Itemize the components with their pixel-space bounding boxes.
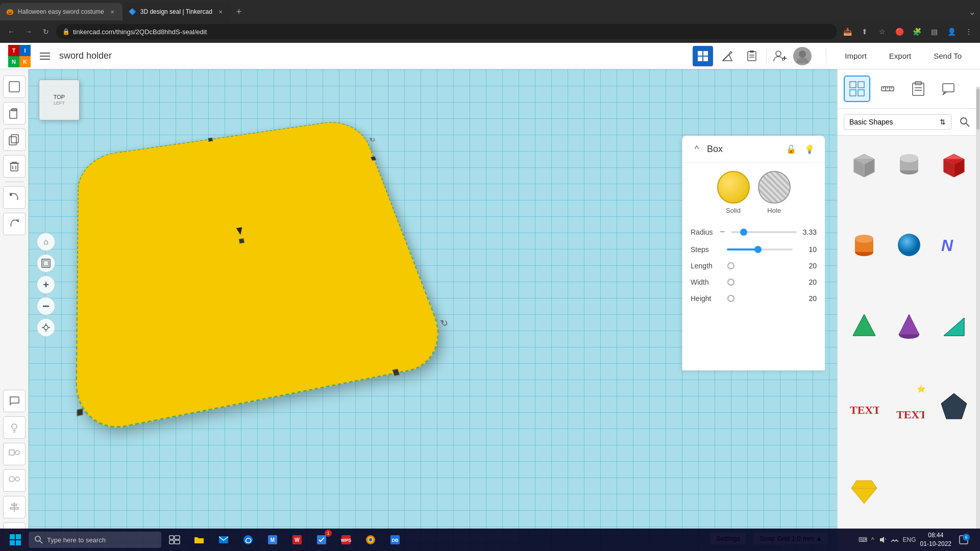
- hole-tool-button[interactable]: [3, 469, 26, 492]
- light-button[interactable]: [3, 416, 26, 439]
- taskbar-edge[interactable]: [237, 529, 259, 551]
- steps-slider[interactable]: [727, 248, 793, 251]
- tab-title-halloween: Halloween easy sword costume: [18, 8, 104, 15]
- bookmark-button[interactable]: ☆: [875, 24, 889, 39]
- export-button[interactable]: Export: [879, 48, 921, 63]
- toolbar-right: [693, 46, 812, 66]
- app-menu-button[interactable]: [37, 48, 53, 64]
- import-button[interactable]: Import: [835, 48, 877, 63]
- taskbar-todo[interactable]: 1: [310, 529, 333, 551]
- fit-view-button[interactable]: [37, 254, 55, 272]
- comment-button[interactable]: [3, 390, 26, 412]
- taskbar-outlook[interactable]: [212, 529, 235, 551]
- height-handle[interactable]: [236, 227, 243, 235]
- share-button[interactable]: ⬆: [857, 24, 872, 39]
- tray-icon-keyboard[interactable]: ⌨: [859, 536, 867, 543]
- user-avatar[interactable]: [793, 47, 812, 65]
- svg-point-15: [799, 51, 806, 58]
- taskbar-task-view[interactable]: [163, 529, 186, 551]
- shapes-grid-icon[interactable]: [844, 76, 870, 102]
- tab-halloween[interactable]: 🎃 Halloween easy sword costume ✕: [0, 3, 122, 20]
- redo-button[interactable]: [3, 213, 26, 235]
- taskbar-app1[interactable]: M: [261, 529, 284, 551]
- shape-tool-button[interactable]: [3, 443, 26, 465]
- shapes-search-button[interactable]: [955, 113, 974, 131]
- menu-button[interactable]: ⋮: [962, 24, 976, 39]
- radius-minus[interactable]: −: [720, 227, 727, 237]
- add-user-button[interactable]: [771, 47, 789, 65]
- selection-handle-left[interactable]: [77, 409, 83, 417]
- pickaxe-button[interactable]: [717, 46, 738, 66]
- back-button[interactable]: ←: [4, 24, 18, 39]
- radius-slider[interactable]: [731, 231, 797, 233]
- shapes-comment-icon[interactable]: [936, 76, 962, 102]
- reload-button[interactable]: ↻: [39, 24, 53, 39]
- taskbar-app4[interactable]: DB: [384, 529, 406, 551]
- start-button[interactable]: [4, 529, 27, 551]
- shape-item-star[interactable]: ⭐ TEXT: [889, 384, 929, 464]
- delete-button[interactable]: [3, 155, 26, 178]
- tray-speaker-icon[interactable]: [878, 536, 887, 544]
- taskbar-firefox[interactable]: [359, 529, 382, 551]
- cast-button[interactable]: 📥: [840, 24, 854, 39]
- shape-item-diamond[interactable]: [934, 384, 974, 464]
- navigation-bar: ← → ↻ 🔒 tinkercad.com/things/2QDcBd8hhdS…: [0, 20, 980, 43]
- selection-handle-top[interactable]: [208, 138, 213, 142]
- zoom-out-button[interactable]: −: [37, 297, 55, 315]
- taskbar-file-explorer[interactable]: [188, 529, 210, 551]
- tray-network-icon[interactable]: [891, 536, 899, 544]
- svg-text:WPS: WPS: [341, 538, 352, 543]
- taskbar-app3[interactable]: WPS: [335, 529, 357, 551]
- shape-item-box[interactable]: [844, 142, 885, 218]
- tinkercad-logo[interactable]: T I N K: [8, 45, 31, 67]
- svg-rect-45: [858, 90, 864, 96]
- paste-button[interactable]: [3, 102, 26, 124]
- align-button[interactable]: [3, 496, 26, 518]
- taskbar-clock[interactable]: 08:44 01-10-2022: [920, 531, 951, 548]
- shape-item-pyramid[interactable]: [844, 303, 885, 380]
- send-to-button[interactable]: Send To: [923, 48, 972, 63]
- shape-item-cone[interactable]: [889, 303, 929, 380]
- tab-close-tinkercad[interactable]: ✕: [216, 8, 225, 16]
- shape-item-cube-red[interactable]: [934, 142, 974, 218]
- shape-item-text-red[interactable]: TEXT: [844, 384, 885, 464]
- forward-button[interactable]: →: [21, 24, 36, 39]
- shape-item-text3d[interactable]: N: [934, 222, 974, 299]
- hole-option[interactable]: Hole: [758, 171, 791, 214]
- shape-item-cylinder-orange[interactable]: [844, 222, 885, 299]
- panel-lock-button[interactable]: 🔓: [784, 142, 798, 156]
- shape-item-cylinder[interactable]: [889, 142, 929, 218]
- navigation-cube[interactable]: TOP LEFT: [39, 80, 90, 131]
- zoom-in-button[interactable]: +: [37, 276, 55, 294]
- solid-option[interactable]: Solid: [717, 171, 750, 214]
- profile-button[interactable]: 👤: [944, 24, 959, 39]
- new-tab-button[interactable]: +: [231, 3, 247, 20]
- home-view-button[interactable]: ⌂: [37, 233, 55, 251]
- shapes-clipboard-icon[interactable]: [905, 76, 932, 102]
- extensions-button[interactable]: 🧩: [910, 24, 924, 39]
- taskbar-app2[interactable]: W: [286, 529, 308, 551]
- panel-collapse-button[interactable]: ^: [691, 143, 703, 155]
- tab-close-halloween[interactable]: ✕: [108, 8, 116, 16]
- new-shape-button[interactable]: [3, 76, 26, 98]
- shape-item-sphere-blue[interactable]: [889, 222, 929, 299]
- shapes-ruler-icon[interactable]: [874, 76, 901, 102]
- tab-overflow-button[interactable]: ⌄: [964, 3, 980, 20]
- tray-icon-up[interactable]: ^: [871, 536, 874, 543]
- panel-light-button[interactable]: 💡: [802, 142, 817, 156]
- shapes-dropdown[interactable]: Basic Shapes ⇅: [844, 114, 951, 130]
- duplicate-button[interactable]: [3, 129, 26, 151]
- reset-view-button[interactable]: [37, 318, 55, 337]
- shape-item-wedge[interactable]: [934, 303, 974, 380]
- clipboard-button[interactable]: [742, 46, 762, 66]
- undo-button[interactable]: [3, 186, 26, 209]
- selection-handle-bottom[interactable]: [392, 369, 400, 376]
- tab-tinkercad[interactable]: 🔷 3D design seal | Tinkercad ✕: [122, 3, 231, 20]
- taskbar-search[interactable]: Type here to search: [29, 532, 161, 548]
- center-handle[interactable]: [239, 238, 244, 244]
- extension-red-button[interactable]: 🔴: [892, 24, 906, 39]
- notification-button[interactable]: 6: [955, 532, 972, 548]
- grid-view-button[interactable]: [693, 46, 713, 66]
- profile-layout-button[interactable]: ▤: [927, 24, 941, 39]
- address-bar[interactable]: 🔒 tinkercad.com/things/2QDcBd8hhdS-seal/…: [56, 24, 837, 39]
